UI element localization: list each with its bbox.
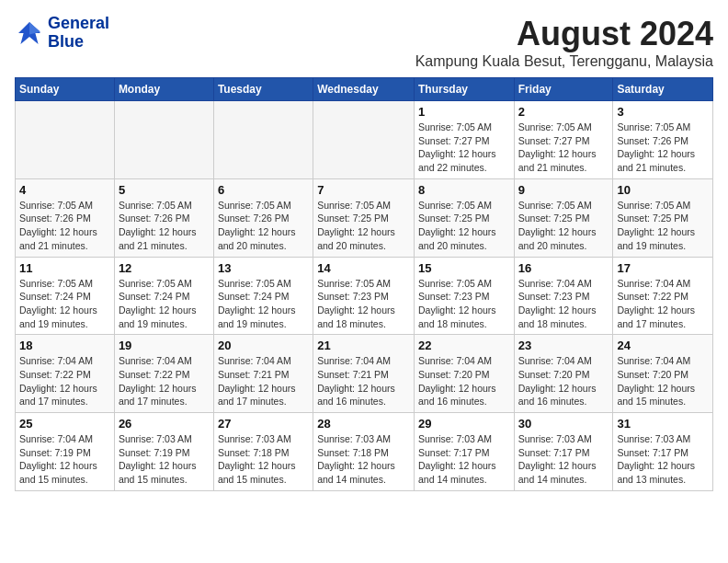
day-number: 3 [617, 105, 709, 119]
day-info: Sunrise: 7:04 AM Sunset: 7:22 PM Dayligh… [119, 354, 210, 408]
calendar-day-cell [16, 101, 115, 179]
calendar-day-cell: 5Sunrise: 7:05 AM Sunset: 7:26 PM Daylig… [114, 178, 213, 257]
calendar-day-cell: 31Sunrise: 7:03 AM Sunset: 7:17 PM Dayli… [613, 413, 713, 491]
calendar-day-cell: 25Sunrise: 7:04 AM Sunset: 7:19 PM Dayli… [16, 413, 115, 491]
day-info: Sunrise: 7:04 AM Sunset: 7:20 PM Dayligh… [418, 354, 510, 408]
day-info: Sunrise: 7:05 AM Sunset: 7:24 PM Dayligh… [119, 277, 210, 331]
day-number: 15 [418, 261, 510, 275]
calendar-day-cell: 24Sunrise: 7:04 AM Sunset: 7:20 PM Dayli… [613, 335, 713, 413]
day-number: 25 [19, 417, 110, 431]
calendar-day-cell: 19Sunrise: 7:04 AM Sunset: 7:22 PM Dayli… [114, 335, 213, 413]
calendar-day-cell: 26Sunrise: 7:03 AM Sunset: 7:19 PM Dayli… [114, 413, 213, 491]
calendar-day-cell: 15Sunrise: 7:05 AM Sunset: 7:23 PM Dayli… [414, 257, 514, 335]
calendar-day-cell: 12Sunrise: 7:05 AM Sunset: 7:24 PM Dayli… [114, 257, 213, 335]
day-number: 5 [119, 183, 210, 197]
calendar-day-cell: 18Sunrise: 7:04 AM Sunset: 7:22 PM Dayli… [16, 335, 115, 413]
calendar-day-cell: 7Sunrise: 7:05 AM Sunset: 7:25 PM Daylig… [313, 178, 415, 257]
calendar-day-cell: 6Sunrise: 7:05 AM Sunset: 7:26 PM Daylig… [213, 178, 313, 257]
day-number: 29 [418, 417, 510, 431]
day-info: Sunrise: 7:05 AM Sunset: 7:27 PM Dayligh… [518, 121, 609, 175]
day-info: Sunrise: 7:03 AM Sunset: 7:17 PM Dayligh… [418, 432, 510, 487]
logo-icon [15, 18, 44, 48]
calendar-day-cell: 10Sunrise: 7:05 AM Sunset: 7:25 PM Dayli… [613, 178, 713, 257]
calendar-day-cell: 22Sunrise: 7:04 AM Sunset: 7:20 PM Dayli… [414, 335, 514, 413]
location-title: Kampung Kuala Besut, Terengganu, Malaysi… [415, 53, 713, 70]
day-info: Sunrise: 7:05 AM Sunset: 7:24 PM Dayligh… [218, 277, 309, 331]
day-number: 30 [518, 417, 609, 431]
day-number: 26 [119, 417, 210, 431]
calendar-day-cell [213, 101, 313, 179]
logo-text-line1: General [48, 15, 109, 33]
calendar-day-cell: 3Sunrise: 7:05 AM Sunset: 7:26 PM Daylig… [613, 101, 713, 179]
weekday-header: Tuesday [213, 78, 313, 101]
calendar-day-cell: 11Sunrise: 7:05 AM Sunset: 7:24 PM Dayli… [16, 257, 115, 335]
day-number: 11 [19, 261, 110, 275]
day-number: 20 [218, 339, 309, 352]
calendar-week-row: 11Sunrise: 7:05 AM Sunset: 7:24 PM Dayli… [16, 257, 713, 335]
calendar-day-cell: 9Sunrise: 7:05 AM Sunset: 7:25 PM Daylig… [514, 178, 613, 257]
day-number: 31 [617, 417, 709, 431]
day-number: 24 [617, 339, 709, 352]
day-number: 8 [418, 183, 510, 197]
calendar-day-cell: 2Sunrise: 7:05 AM Sunset: 7:27 PM Daylig… [514, 101, 613, 179]
logo-text-line2: Blue [48, 33, 109, 52]
day-number: 27 [218, 417, 309, 431]
month-title: August 2024 [415, 15, 713, 53]
day-info: Sunrise: 7:04 AM Sunset: 7:21 PM Dayligh… [218, 354, 309, 408]
day-info: Sunrise: 7:04 AM Sunset: 7:20 PM Dayligh… [518, 354, 609, 408]
day-info: Sunrise: 7:05 AM Sunset: 7:26 PM Dayligh… [218, 199, 309, 253]
weekday-header: Thursday [414, 78, 514, 101]
calendar-day-cell: 1Sunrise: 7:05 AM Sunset: 7:27 PM Daylig… [414, 101, 514, 179]
day-number: 23 [518, 339, 609, 352]
calendar-day-cell [114, 101, 213, 179]
day-info: Sunrise: 7:04 AM Sunset: 7:22 PM Dayligh… [19, 354, 110, 408]
day-info: Sunrise: 7:03 AM Sunset: 7:18 PM Dayligh… [218, 432, 309, 487]
day-info: Sunrise: 7:05 AM Sunset: 7:25 PM Dayligh… [518, 199, 609, 253]
day-info: Sunrise: 7:05 AM Sunset: 7:24 PM Dayligh… [19, 277, 110, 331]
day-info: Sunrise: 7:04 AM Sunset: 7:20 PM Dayligh… [617, 354, 709, 408]
calendar-day-cell: 23Sunrise: 7:04 AM Sunset: 7:20 PM Dayli… [514, 335, 613, 413]
day-info: Sunrise: 7:05 AM Sunset: 7:26 PM Dayligh… [19, 199, 110, 253]
day-info: Sunrise: 7:04 AM Sunset: 7:23 PM Dayligh… [518, 277, 609, 331]
calendar-day-cell: 16Sunrise: 7:04 AM Sunset: 7:23 PM Dayli… [514, 257, 613, 335]
day-number: 21 [317, 339, 410, 352]
calendar-header-row: SundayMondayTuesdayWednesdayThursdayFrid… [16, 78, 713, 101]
day-number: 13 [218, 261, 309, 275]
day-number: 4 [19, 183, 110, 197]
weekday-header: Sunday [16, 78, 115, 101]
day-number: 16 [518, 261, 609, 275]
calendar-day-cell: 8Sunrise: 7:05 AM Sunset: 7:25 PM Daylig… [414, 178, 514, 257]
calendar-day-cell [313, 101, 415, 179]
calendar-week-row: 4Sunrise: 7:05 AM Sunset: 7:26 PM Daylig… [16, 178, 713, 257]
day-number: 10 [617, 183, 709, 197]
calendar-table: SundayMondayTuesdayWednesdayThursdayFrid… [15, 77, 713, 491]
calendar-day-cell: 21Sunrise: 7:04 AM Sunset: 7:21 PM Dayli… [313, 335, 415, 413]
day-number: 14 [317, 261, 410, 275]
day-info: Sunrise: 7:05 AM Sunset: 7:23 PM Dayligh… [317, 277, 410, 331]
day-number: 6 [218, 183, 309, 197]
day-info: Sunrise: 7:05 AM Sunset: 7:25 PM Dayligh… [317, 199, 410, 253]
calendar-week-row: 1Sunrise: 7:05 AM Sunset: 7:27 PM Daylig… [16, 101, 713, 179]
day-info: Sunrise: 7:03 AM Sunset: 7:17 PM Dayligh… [518, 432, 609, 487]
day-info: Sunrise: 7:04 AM Sunset: 7:22 PM Dayligh… [617, 277, 709, 331]
day-info: Sunrise: 7:04 AM Sunset: 7:19 PM Dayligh… [19, 432, 110, 487]
calendar-day-cell: 28Sunrise: 7:03 AM Sunset: 7:18 PM Dayli… [313, 413, 415, 491]
day-number: 19 [119, 339, 210, 352]
day-info: Sunrise: 7:05 AM Sunset: 7:25 PM Dayligh… [418, 199, 510, 253]
day-number: 12 [119, 261, 210, 275]
page-header: General Blue August 2024 Kampung Kuala B… [15, 15, 713, 70]
day-number: 7 [317, 183, 410, 197]
calendar-week-row: 25Sunrise: 7:04 AM Sunset: 7:19 PM Dayli… [16, 413, 713, 491]
day-info: Sunrise: 7:05 AM Sunset: 7:26 PM Dayligh… [617, 121, 709, 175]
weekday-header: Friday [514, 78, 613, 101]
calendar-day-cell: 13Sunrise: 7:05 AM Sunset: 7:24 PM Dayli… [213, 257, 313, 335]
calendar-day-cell: 17Sunrise: 7:04 AM Sunset: 7:22 PM Dayli… [613, 257, 713, 335]
day-info: Sunrise: 7:03 AM Sunset: 7:19 PM Dayligh… [119, 432, 210, 487]
day-number: 17 [617, 261, 709, 275]
calendar-week-row: 18Sunrise: 7:04 AM Sunset: 7:22 PM Dayli… [16, 335, 713, 413]
calendar-day-cell: 29Sunrise: 7:03 AM Sunset: 7:17 PM Dayli… [414, 413, 514, 491]
calendar-day-cell: 27Sunrise: 7:03 AM Sunset: 7:18 PM Dayli… [213, 413, 313, 491]
weekday-header: Monday [114, 78, 213, 101]
weekday-header: Saturday [613, 78, 713, 101]
day-info: Sunrise: 7:03 AM Sunset: 7:18 PM Dayligh… [317, 432, 410, 487]
